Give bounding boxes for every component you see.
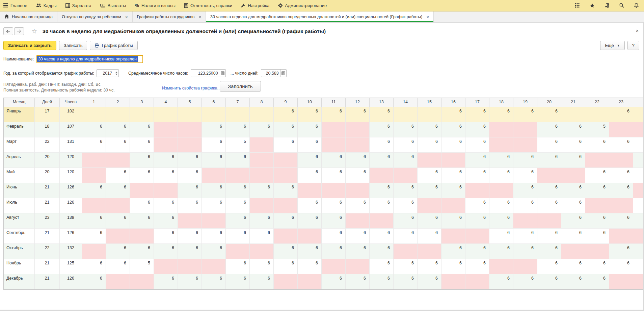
day-cell-15[interactable]: 6 bbox=[418, 137, 441, 153]
day-cell-6[interactable]: 6 bbox=[202, 153, 226, 168]
table-row-май[interactable]: Май20120666666666666666 bbox=[4, 168, 644, 183]
day-cell-19[interactable] bbox=[513, 259, 537, 274]
day-cell-24[interactable]: 6 bbox=[633, 137, 644, 153]
day-cell-22[interactable] bbox=[585, 107, 609, 122]
day-cell-5[interactable] bbox=[178, 137, 202, 153]
day-cell-13[interactable]: 6 bbox=[370, 137, 394, 153]
day-cell-24[interactable]: 6 bbox=[633, 213, 644, 229]
day-cell-5[interactable]: 6 bbox=[178, 198, 202, 213]
day-cell-14[interactable]: 6 bbox=[394, 137, 418, 153]
day-cell-3[interactable]: 6 bbox=[130, 153, 154, 168]
day-cell-3[interactable] bbox=[130, 183, 154, 198]
day-cell-23[interactable]: 6 bbox=[609, 244, 633, 259]
day-cell-7[interactable]: 6 bbox=[226, 229, 250, 244]
day-cell-21[interactable]: 6 bbox=[561, 198, 585, 213]
day-cell-18[interactable]: 6 bbox=[489, 229, 513, 244]
day-cell-1[interactable] bbox=[82, 198, 106, 213]
day-cell-12[interactable] bbox=[346, 122, 370, 137]
day-cell-23[interactable]: 6 bbox=[609, 259, 633, 274]
day-cell-24[interactable] bbox=[633, 183, 644, 198]
day-cell-5[interactable] bbox=[178, 107, 202, 122]
day-cell-19[interactable]: 6 bbox=[513, 229, 537, 244]
day-cell-16[interactable]: 6 bbox=[441, 259, 465, 274]
day-cell-1[interactable]: 6 bbox=[82, 183, 106, 198]
day-cell-21[interactable]: 6 bbox=[561, 259, 585, 274]
day-cell-10[interactable]: 6 bbox=[298, 213, 322, 229]
day-cell-17[interactable] bbox=[465, 183, 489, 198]
avg-days-input[interactable]: 20,583 bbox=[261, 69, 287, 77]
day-cell-18[interactable] bbox=[489, 259, 513, 274]
day-cell-10[interactable]: 6 bbox=[298, 137, 322, 153]
day-cell-3[interactable]: 6 bbox=[130, 122, 154, 137]
day-cell-19[interactable]: 6 bbox=[513, 107, 537, 122]
back-button[interactable] bbox=[3, 27, 13, 35]
day-cell-9[interactable] bbox=[274, 198, 298, 213]
day-cell-12[interactable]: 6 bbox=[346, 153, 370, 168]
day-cell-7[interactable]: 6 bbox=[226, 153, 250, 168]
day-cell-16[interactable] bbox=[441, 274, 465, 289]
day-cell-13[interactable]: 6 bbox=[370, 274, 394, 289]
day-cell-9[interactable]: 6 bbox=[274, 107, 298, 122]
day-cell-6[interactable]: 6 bbox=[202, 137, 226, 153]
day-cell-11[interactable] bbox=[322, 183, 346, 198]
save-and-close-button[interactable]: Записать и закрыть bbox=[3, 41, 56, 50]
day-cell-12[interactable]: 6 bbox=[346, 198, 370, 213]
day-cell-16[interactable]: 6 bbox=[441, 183, 465, 198]
day-cell-16[interactable] bbox=[441, 153, 465, 168]
day-cell-9[interactable]: 6 bbox=[274, 259, 298, 274]
menu-item-7[interactable]: Настройка bbox=[241, 3, 269, 8]
day-cell-17[interactable] bbox=[465, 274, 489, 289]
day-cell-4[interactable]: 6 bbox=[154, 153, 178, 168]
day-cell-22[interactable]: 6 bbox=[585, 259, 609, 274]
tab-1[interactable]: Начальная страница bbox=[0, 11, 57, 22]
day-cell-7[interactable]: 5 bbox=[226, 137, 250, 153]
table-row-март[interactable]: Март2213166665666666666666 bbox=[4, 137, 644, 153]
day-cell-21[interactable]: 6 bbox=[561, 122, 585, 137]
table-row-январь[interactable]: Январь17102666666666666 bbox=[4, 107, 644, 122]
day-cell-4[interactable]: 6 bbox=[154, 229, 178, 244]
day-cell-23[interactable] bbox=[609, 229, 633, 244]
day-cell-13[interactable]: 6 bbox=[370, 259, 394, 274]
day-cell-8[interactable] bbox=[250, 107, 274, 122]
day-cell-13[interactable]: 6 bbox=[370, 122, 394, 137]
day-cell-11[interactable]: 6 bbox=[322, 213, 346, 229]
day-cell-14[interactable]: 6 bbox=[394, 274, 418, 289]
day-cell-3[interactable]: 6 bbox=[130, 244, 154, 259]
day-cell-1[interactable] bbox=[82, 168, 106, 183]
day-cell-5[interactable] bbox=[178, 259, 202, 274]
day-cell-19[interactable]: 6 bbox=[513, 198, 537, 213]
day-cell-23[interactable] bbox=[609, 153, 633, 168]
day-cell-6[interactable]: 6 bbox=[202, 229, 226, 244]
day-cell-23[interactable]: 6 bbox=[609, 213, 633, 229]
day-cell-10[interactable] bbox=[298, 229, 322, 244]
day-cell-6[interactable]: 6 bbox=[202, 122, 226, 137]
day-cell-24[interactable]: 6 bbox=[633, 198, 644, 213]
day-cell-19[interactable] bbox=[513, 137, 537, 153]
day-cell-22[interactable]: 6 bbox=[585, 168, 609, 183]
menu-item-3[interactable]: Зарплата bbox=[65, 3, 91, 8]
day-cell-18[interactable]: 6 bbox=[489, 107, 513, 122]
year-input[interactable]: 2017 bbox=[97, 69, 119, 77]
day-cell-8[interactable] bbox=[250, 153, 274, 168]
day-cell-18[interactable]: 6 bbox=[489, 168, 513, 183]
calculator-icon[interactable] bbox=[220, 70, 225, 77]
day-cell-3[interactable]: 5 bbox=[130, 259, 154, 274]
day-cell-5[interactable] bbox=[178, 213, 202, 229]
day-cell-11[interactable]: 6 bbox=[322, 153, 346, 168]
day-cell-15[interactable]: 6 bbox=[418, 183, 441, 198]
menu-item-6[interactable]: Отчетность, справки bbox=[184, 3, 232, 8]
day-cell-20[interactable]: 6 bbox=[537, 153, 561, 168]
day-cell-21[interactable]: 6 bbox=[561, 137, 585, 153]
day-cell-2[interactable] bbox=[106, 153, 130, 168]
day-cell-17[interactable]: 6 bbox=[465, 213, 489, 229]
day-cell-4[interactable] bbox=[154, 183, 178, 198]
day-cell-6[interactable]: 6 bbox=[202, 183, 226, 198]
day-cell-10[interactable]: 6 bbox=[298, 244, 322, 259]
day-cell-4[interactable]: 6 bbox=[154, 168, 178, 183]
tab-3[interactable]: Графики работы сотрудников× bbox=[133, 11, 206, 22]
day-cell-5[interactable] bbox=[178, 122, 202, 137]
day-cell-21[interactable] bbox=[561, 244, 585, 259]
day-cell-24[interactable]: 6 bbox=[633, 153, 644, 168]
day-cell-19[interactable]: 6 bbox=[513, 153, 537, 168]
day-cell-5[interactable]: 6 bbox=[178, 229, 202, 244]
